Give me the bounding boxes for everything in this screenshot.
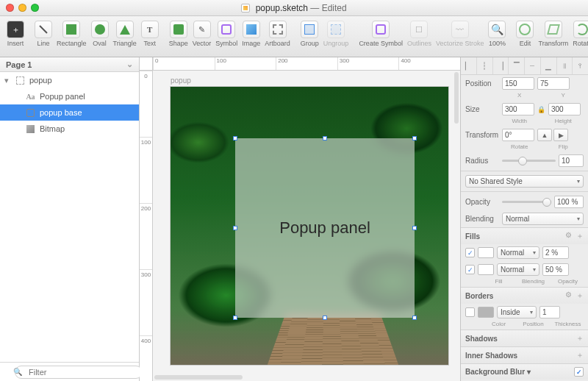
height-input[interactable]: 300 [548, 103, 581, 115]
border-enable-checkbox[interactable] [465, 307, 475, 317]
align-center-v-button[interactable]: ┄ [525, 57, 541, 74]
close-window-button[interactable] [6, 4, 14, 12]
radius-slider[interactable] [502, 156, 556, 166]
position-label: Position [465, 79, 499, 88]
fill-enable-checkbox[interactable] [465, 265, 475, 274]
zoom-control[interactable]: 🔍100% [486, 19, 508, 49]
window-controls [6, 4, 39, 12]
layer-row[interactable]: popup base [0, 104, 139, 121]
fills-add-button[interactable]: ＋ [576, 231, 584, 241]
window-titlebar: popup.sketch — Edited [0, 0, 588, 16]
popup-base-layer[interactable]: Popup panel [235, 138, 415, 318]
canvas-area: 0100200300400 0100200300400500 popup Pop… [140, 57, 460, 381]
scrollbar-horizontal[interactable] [154, 375, 243, 380]
size-label: Size [465, 105, 499, 113]
triangle-tool[interactable]: Triangle [111, 19, 139, 49]
layer-row[interactable]: ▾popup [0, 72, 139, 88]
toolbar: ＋Insert Line Rectangle Oval Triangle TTe… [0, 16, 588, 57]
inner-shadows-add-button[interactable]: ＋ [576, 350, 584, 360]
layers-panel: Page 1⌄ ▾popupAaPopup panelpopup baseBit… [0, 57, 140, 381]
align-right-button[interactable]: ▕ [493, 57, 509, 74]
radius-label: Radius [465, 157, 499, 165]
minimize-window-button[interactable] [18, 4, 26, 12]
position-y-input[interactable]: 75 [537, 77, 570, 90]
bgblur-checkbox[interactable] [574, 367, 584, 377]
symbol-tool[interactable]: Symbol [213, 19, 240, 49]
layer-row[interactable]: Bitmap [0, 121, 139, 137]
layer-row[interactable]: AaPopup panel [0, 88, 139, 104]
opacity-label: Opacity [465, 198, 499, 206]
artboard-tool[interactable]: Artboard [262, 19, 293, 49]
ruler-origin[interactable] [140, 57, 153, 71]
ruler-vertical[interactable]: 0100200300400500 [140, 71, 153, 381]
outlines-button[interactable]: ☐Outlines [405, 19, 434, 49]
ruler-horizontal[interactable]: 0100200300400 [153, 57, 460, 71]
artboard[interactable]: Popup panel [171, 87, 448, 365]
artboard-label[interactable]: popup [171, 76, 191, 85]
fill-blend-select[interactable]: Normal▾ [497, 263, 539, 276]
line-tool[interactable]: Line [32, 19, 54, 49]
shape-tool[interactable]: Shape [167, 19, 190, 49]
shared-style-select[interactable]: No Shared Style▾ [465, 175, 584, 188]
rotate-input[interactable]: 0° [502, 129, 534, 141]
insert-button[interactable]: ＋Insert [4, 19, 26, 49]
distribute-h-button[interactable]: ⫴ [557, 57, 573, 74]
border-row: Inside▾ 1 [461, 304, 588, 321]
fill-opacity-input[interactable]: 2 % [542, 246, 569, 259]
borders-add-button[interactable]: ＋ [576, 291, 584, 301]
align-center-h-button[interactable]: ┆ [477, 57, 493, 74]
flip-v-button[interactable]: ▶ [553, 129, 568, 141]
fills-gear-icon[interactable]: ⚙ [565, 231, 572, 241]
vector-tool[interactable]: ✎Vector [190, 19, 214, 49]
ungroup-button[interactable]: Ungroup [321, 19, 351, 49]
zoom-window-button[interactable] [31, 4, 39, 12]
filter-input[interactable] [15, 366, 143, 379]
shadows-add-button[interactable]: ＋ [576, 333, 584, 343]
canvas-stage[interactable]: popup Popup panel [153, 71, 460, 381]
opacity-input[interactable]: 100 % [554, 196, 584, 208]
blending-select[interactable]: Normal▾ [502, 213, 584, 225]
border-color-swatch[interactable] [478, 307, 494, 318]
fill-blend-select[interactable]: Normal▾ [497, 246, 539, 259]
width-input[interactable]: 300 [502, 103, 534, 115]
distribute-v-button[interactable]: ⫯ [573, 57, 588, 74]
fill-color-swatch[interactable] [478, 247, 494, 258]
flip-h-button[interactable]: ▲ [537, 129, 552, 141]
rotate-button[interactable]: Rotate [570, 19, 588, 49]
lock-aspect-icon[interactable]: 🔒 [537, 106, 545, 113]
fill-opacity-input[interactable]: 50 % [542, 263, 569, 276]
borders-gear-icon[interactable]: ⚙ [565, 291, 572, 301]
fill-enable-checkbox[interactable] [465, 248, 475, 257]
align-left-button[interactable]: ▏ [461, 57, 477, 74]
rectangle-tool[interactable]: Rectangle [54, 19, 89, 49]
align-bottom-button[interactable]: ▁ [541, 57, 557, 74]
border-position-select[interactable]: Inside▾ [497, 306, 537, 318]
fill-color-swatch[interactable] [478, 264, 494, 275]
image-tool[interactable]: Image [240, 19, 262, 49]
edit-button[interactable]: Edit [514, 19, 536, 49]
shadows-section: Shadows＋ [461, 330, 588, 346]
align-controls: ▏ ┆ ▕ ▔ ┄ ▁ ⫴ ⫯ [461, 57, 588, 75]
vectorize-stroke-button[interactable]: 〰Vectorize Stroke [434, 19, 487, 49]
window-title: popup.sketch — Edited [0, 3, 588, 13]
background-blur-section: Background Blur ▾ [461, 363, 588, 380]
transform-label: Transform [465, 131, 499, 139]
bitmap-detail [268, 315, 398, 365]
border-thickness-input[interactable]: 1 [539, 306, 560, 318]
fill-row: Normal▾50 % [461, 261, 588, 278]
text-tool[interactable]: TText [139, 19, 161, 49]
pages-header[interactable]: Page 1⌄ [0, 57, 139, 72]
pages-chevron-icon: ⌄ [126, 60, 133, 69]
create-symbol-button[interactable]: Create Symbol [356, 19, 405, 49]
scrollbar-vertical[interactable] [454, 72, 459, 124]
position-x-input[interactable]: 150 [502, 77, 534, 90]
transform-button[interactable]: Transform [536, 19, 570, 49]
radius-input[interactable]: 10 [559, 154, 584, 167]
document-icon [241, 4, 250, 13]
popup-panel-text[interactable]: Popup panel [279, 218, 370, 238]
opacity-slider[interactable] [502, 197, 551, 207]
layer-filter: 🔍 ◉ ◫ [0, 362, 139, 381]
align-top-button[interactable]: ▔ [509, 57, 525, 74]
group-button[interactable]: Group [298, 19, 321, 49]
oval-tool[interactable]: Oval [89, 19, 111, 49]
